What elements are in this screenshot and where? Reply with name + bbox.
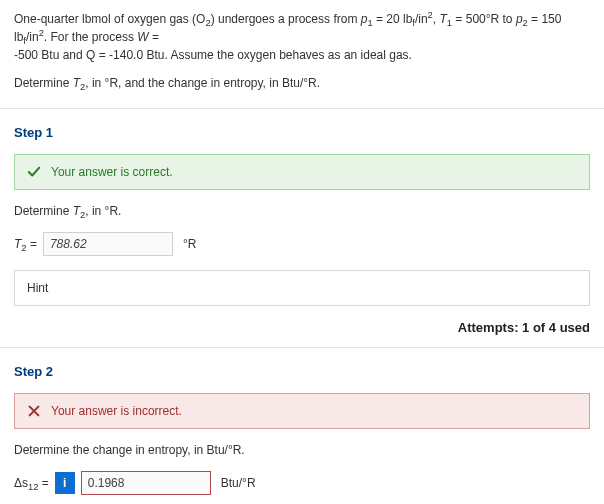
t2-lhs: T2 = <box>14 237 37 251</box>
step1-answer-row: T2 = °R <box>14 232 590 256</box>
step-2-section: Step 2 Your answer is incorrect. Determi… <box>14 348 590 504</box>
check-icon <box>27 165 41 179</box>
feedback-text: Your answer is incorrect. <box>51 404 182 418</box>
step-1-section: Step 1 Your answer is correct. Determine… <box>14 109 590 335</box>
attempts-counter: Attempts: 1 of 4 used <box>14 320 590 335</box>
x-icon <box>27 404 41 418</box>
problem-statement: One-quarter lbmol of oxygen gas (O2) und… <box>14 10 590 100</box>
step-2-heading: Step 2 <box>14 364 590 379</box>
t2-input[interactable] <box>43 232 173 256</box>
step2-prompt: Determine the change in entropy, in Btu/… <box>14 443 590 457</box>
step-1-heading: Step 1 <box>14 125 590 140</box>
hint-button[interactable]: Hint <box>14 270 590 306</box>
step1-prompt: Determine T2, in °R. <box>14 204 590 218</box>
ds12-input[interactable] <box>81 471 211 495</box>
feedback-correct: Your answer is correct. <box>14 154 590 190</box>
feedback-incorrect: Your answer is incorrect. <box>14 393 590 429</box>
feedback-text: Your answer is correct. <box>51 165 173 179</box>
t2-unit: °R <box>179 237 196 251</box>
ds12-unit: Btu/°R <box>217 476 256 490</box>
info-icon[interactable]: i <box>55 472 75 494</box>
step2-answer-row: Δs12 = i Btu/°R <box>14 471 590 495</box>
ds12-lhs: Δs12 = <box>14 476 49 490</box>
